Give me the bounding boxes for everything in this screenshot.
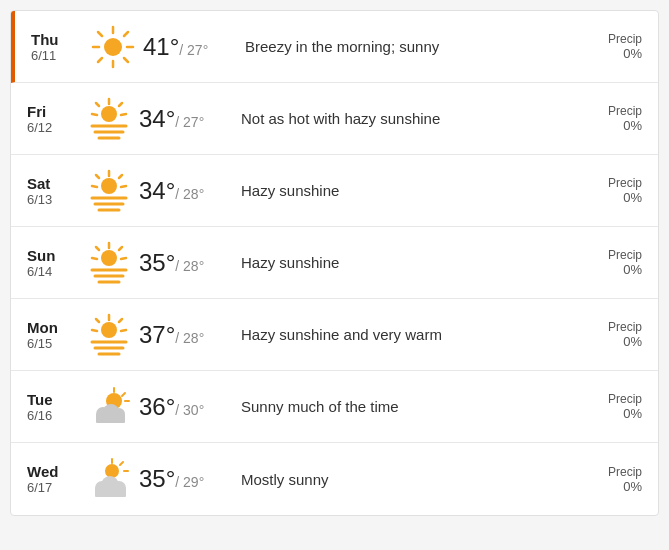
weather-row[interactable]: Mon6/15 37°/ 28°Hazy sunshine and very w… [11, 299, 658, 371]
temperature: 37°/ 28° [139, 321, 229, 349]
precipitation: Precip0% [582, 320, 642, 349]
precip-label: Precip [582, 104, 642, 118]
weather-row[interactable]: Sat6/13 34°/ 28°Hazy sunshinePrecip0% [11, 155, 658, 227]
weather-icon [83, 25, 143, 69]
svg-line-12 [96, 103, 99, 106]
temp-sep: / [175, 474, 183, 490]
weather-description: Hazy sunshine [229, 182, 582, 199]
temp-high: 37° [139, 321, 175, 348]
precipitation: Precip0% [582, 32, 642, 61]
svg-line-5 [98, 32, 102, 36]
weather-icon [79, 241, 139, 285]
day-name: Fri [27, 103, 79, 120]
temp-sep: / [175, 186, 183, 202]
temp-sep: / [175, 114, 183, 130]
svg-line-19 [119, 175, 122, 178]
temperature: 35°/ 28° [139, 249, 229, 277]
day-info: Sat6/13 [27, 175, 79, 207]
precip-value: 0% [582, 46, 642, 61]
svg-rect-52 [96, 414, 125, 423]
temp-sep: / [175, 402, 183, 418]
weather-icon [79, 385, 139, 429]
precip-value: 0% [582, 406, 642, 421]
day-info: Fri6/12 [27, 103, 79, 135]
temp-low: 27° [187, 42, 208, 58]
day-info: Wed6/17 [27, 463, 79, 495]
temperature: 34°/ 28° [139, 177, 229, 205]
weather-icon [79, 457, 139, 501]
svg-point-14 [101, 106, 117, 122]
temp-high: 34° [139, 105, 175, 132]
day-date: 6/15 [27, 336, 79, 351]
svg-line-37 [119, 319, 122, 322]
precip-label: Precip [582, 465, 642, 479]
day-date: 6/17 [27, 480, 79, 495]
day-name: Sat [27, 175, 79, 192]
svg-point-41 [101, 322, 117, 338]
temp-low: 27° [183, 114, 204, 130]
temp-low: 28° [183, 258, 204, 274]
precip-value: 0% [582, 334, 642, 349]
day-date: 6/16 [27, 408, 79, 423]
svg-point-32 [101, 250, 117, 266]
temp-high: 41° [143, 33, 179, 60]
weather-row[interactable]: Tue6/16 36°/ 30°Sunny much of the timePr… [11, 371, 658, 443]
precip-label: Precip [582, 320, 642, 334]
svg-line-38 [121, 330, 126, 331]
temp-high: 35° [139, 465, 175, 492]
day-date: 6/13 [27, 192, 79, 207]
weather-row[interactable]: Fri6/12 34°/ 27°Not as hot with hazy sun… [11, 83, 658, 155]
weather-icon [79, 169, 139, 213]
temp-high: 35° [139, 249, 175, 276]
day-name: Mon [27, 319, 79, 336]
svg-line-7 [124, 32, 128, 36]
svg-line-6 [124, 58, 128, 62]
weather-description: Hazy sunshine [229, 254, 582, 271]
svg-line-20 [121, 186, 126, 187]
weather-description: Mostly sunny [229, 471, 582, 488]
svg-line-8 [98, 58, 102, 62]
temp-sep: / [179, 42, 187, 58]
weather-row[interactable]: Sun6/14 35°/ 28°Hazy sunshinePrecip0% [11, 227, 658, 299]
svg-line-55 [120, 462, 123, 465]
temp-low: 28° [183, 330, 204, 346]
day-date: 6/11 [31, 48, 83, 63]
temp-low: 29° [183, 474, 204, 490]
day-info: Thu6/11 [31, 31, 83, 63]
temperature: 41°/ 27° [143, 33, 233, 61]
svg-line-10 [119, 103, 122, 106]
day-info: Tue6/16 [27, 391, 79, 423]
precip-label: Precip [582, 176, 642, 190]
precipitation: Precip0% [582, 176, 642, 205]
weather-row[interactable]: Thu6/11 41°/ 27°Breezy in the morning; s… [11, 11, 658, 83]
precip-label: Precip [582, 32, 642, 46]
svg-line-22 [92, 186, 97, 187]
temperature: 36°/ 30° [139, 393, 229, 421]
svg-line-31 [92, 258, 97, 259]
weather-description: Breezy in the morning; sunny [233, 38, 582, 55]
svg-point-23 [101, 178, 117, 194]
svg-line-29 [121, 258, 126, 259]
precipitation: Precip0% [582, 392, 642, 421]
weather-row[interactable]: Wed6/17 35°/ 29°Mostly sunnyPrecip0% [11, 443, 658, 515]
precipitation: Precip0% [582, 465, 642, 494]
svg-line-47 [122, 393, 125, 396]
day-info: Sun6/14 [27, 247, 79, 279]
temp-sep: / [175, 258, 183, 274]
weather-description: Hazy sunshine and very warm [229, 326, 582, 343]
day-name: Thu [31, 31, 83, 48]
temp-high: 34° [139, 177, 175, 204]
svg-line-11 [121, 114, 126, 115]
precip-value: 0% [582, 262, 642, 277]
precip-value: 0% [582, 479, 642, 494]
temperature: 34°/ 27° [139, 105, 229, 133]
temp-sep: / [175, 330, 183, 346]
svg-line-13 [92, 114, 97, 115]
svg-rect-60 [95, 487, 126, 497]
temp-high: 36° [139, 393, 175, 420]
day-date: 6/14 [27, 264, 79, 279]
svg-point-53 [105, 464, 119, 478]
temp-low: 28° [183, 186, 204, 202]
svg-line-30 [96, 247, 99, 250]
precip-value: 0% [582, 118, 642, 133]
